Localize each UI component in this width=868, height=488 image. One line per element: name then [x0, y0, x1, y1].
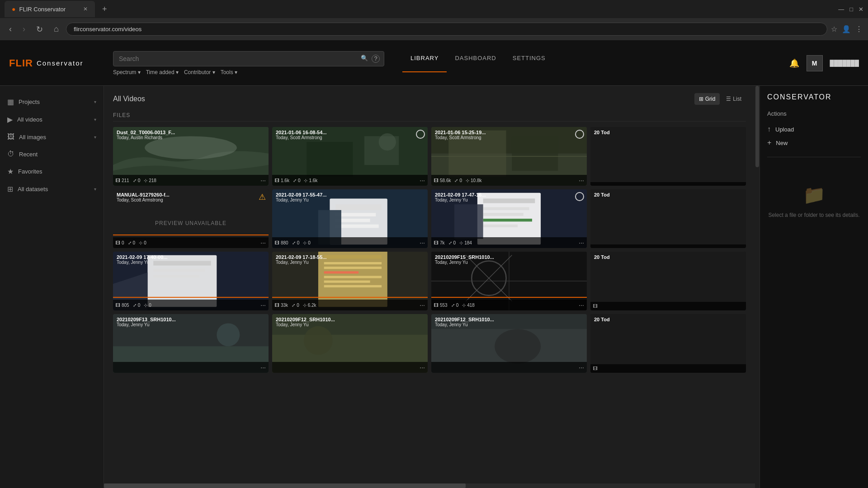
- back-button[interactable]: ‹: [5, 23, 15, 36]
- sidebar: ▦ Projects ▾ ▶ All videos ▾ 🖼 All images…: [0, 86, 104, 488]
- video-stat-7b: ⤢ 0: [448, 240, 456, 245]
- upload-label: Upload: [775, 126, 794, 133]
- minimize-icon[interactable]: —: [838, 6, 844, 13]
- video-title-bar-12: 20 Tod: [590, 252, 746, 263]
- sidebar-item-favorites[interactable]: ★ Favorites: [0, 163, 104, 180]
- video-more-5[interactable]: ···: [260, 239, 266, 246]
- forward-button[interactable]: ›: [19, 23, 29, 36]
- time-added-filter[interactable]: Time added ▾: [146, 69, 179, 75]
- frame-icon: ⊹: [144, 178, 147, 183]
- video-name-3: 2021-01-06 15-25-19...: [435, 130, 583, 135]
- nav-library[interactable]: LIBRARY: [402, 45, 447, 72]
- video-title-bar-9: 2021-02-09 17-40-00... Today, Jenny Yu: [113, 252, 269, 267]
- new-tab-button[interactable]: +: [99, 3, 111, 16]
- video-card-6[interactable]: 2021-02-09 17-55-47... Today, Jenny Yu 🎞…: [272, 189, 428, 248]
- horizontal-scrollbar-thumb[interactable]: [104, 483, 466, 488]
- sidebar-item-recent[interactable]: ⏱ Recent: [0, 145, 104, 163]
- active-tab[interactable]: ● FLIR Conservator ✕: [5, 1, 95, 17]
- video-more-7[interactable]: ···: [579, 239, 584, 246]
- svg-rect-24: [483, 219, 532, 221]
- nav-settings[interactable]: SETTINGS: [505, 45, 554, 72]
- frame-icon-3: ⊹: [466, 178, 469, 183]
- video-more-1[interactable]: ···: [260, 177, 266, 184]
- bell-icon[interactable]: 🔔: [789, 58, 799, 68]
- video-card-7[interactable]: 2021-02-09 17-47-16... Today, Jenny Yu 🎞…: [431, 189, 587, 248]
- video-more-13[interactable]: ···: [260, 364, 266, 371]
- user-avatar[interactable]: M: [807, 55, 823, 71]
- video-card-10[interactable]: 2021-02-09 17-18-55... Today, Jenny Yu 🎞…: [272, 252, 428, 310]
- video-more-11[interactable]: ···: [579, 301, 584, 309]
- video-more-6[interactable]: ···: [420, 239, 425, 246]
- video-card-14[interactable]: 20210209F12_SRH1010... Today, Jenny Yu ·…: [272, 314, 428, 373]
- frame-icon-7: ⊹: [459, 240, 463, 245]
- video-card-2[interactable]: 2021-01-06 16-08-54... Today, Scott Arms…: [272, 127, 428, 186]
- video-name-6: 2021-02-09 17-55-47...: [276, 192, 424, 197]
- video-card-4[interactable]: 20 Tod: [590, 127, 746, 186]
- home-button[interactable]: ⌂: [50, 23, 62, 36]
- all-datasets-arrow: ▾: [94, 187, 96, 192]
- video-footer-2: 🎞 1.6k ⤢ 0 ⊹ 1.6k ···: [272, 175, 428, 186]
- search-icon[interactable]: 🔍: [361, 55, 368, 63]
- sidebar-item-all-datasets[interactable]: ⊞ All datasets ▾: [0, 180, 104, 198]
- grid-view-button[interactable]: ⊞ Grid: [694, 93, 720, 105]
- frame-icon-5: ⊹: [139, 240, 142, 245]
- sidebar-item-all-videos[interactable]: ▶ All videos ▾: [0, 111, 104, 128]
- video-more-10[interactable]: ···: [420, 301, 425, 309]
- video-name-11: 20210209F15_SRH1010...: [435, 254, 583, 260]
- video-grid: Dust_02_T0006-0013_F... Today, Austin Ri…: [113, 127, 746, 373]
- video-card-1[interactable]: Dust_02_T0006-0013_F... Today, Austin Ri…: [113, 127, 269, 186]
- horizontal-scrollbar[interactable]: [104, 483, 755, 488]
- vertical-scrollbar[interactable]: [755, 86, 760, 488]
- film-icon-9: 🎞: [116, 303, 120, 308]
- video-card-9[interactable]: 2021-02-09 17-40-00... Today, Jenny Yu 🎞…: [113, 252, 269, 310]
- reload-button[interactable]: ↻: [33, 23, 47, 36]
- nav-dashboard[interactable]: DASHBOARD: [447, 45, 504, 72]
- video-footer-8: [590, 244, 746, 248]
- address-bar[interactable]: [66, 23, 827, 36]
- video-card-5[interactable]: MANUAL-91279260-f... Today, Scott Armstr…: [113, 189, 269, 248]
- video-more-14[interactable]: ···: [420, 364, 425, 371]
- video-footer-6: 🎞 880 ⤢ 0 ⊹ 0 ···: [272, 237, 428, 248]
- video-stat-10b: ⤢ 0: [292, 303, 299, 308]
- video-card-11[interactable]: 20210209F15_SRH1010... Today, Jenny Yu 🎞…: [431, 252, 587, 310]
- sidebar-item-all-images[interactable]: 🖼 All images ▾: [0, 128, 104, 145]
- video-more-3[interactable]: ···: [579, 177, 584, 184]
- bookmark-star-icon[interactable]: ☆: [831, 25, 837, 33]
- projects-icon: ▦: [7, 98, 14, 106]
- help-icon[interactable]: ?: [372, 55, 380, 63]
- vertical-scrollbar-thumb[interactable]: [755, 86, 759, 167]
- new-label: New: [776, 140, 788, 146]
- new-action[interactable]: + New: [767, 136, 861, 150]
- video-more-15[interactable]: ···: [579, 364, 584, 371]
- film-icon-16: 🎞: [593, 366, 598, 371]
- maximize-icon[interactable]: □: [849, 6, 853, 13]
- film-icon-10: 🎞: [275, 303, 279, 308]
- video-stat-11c: ⊹ 418: [462, 303, 475, 308]
- video-more-2[interactable]: ···: [420, 177, 425, 184]
- tools-filter[interactable]: Tools ▾: [221, 69, 237, 75]
- sidebar-item-projects[interactable]: ▦ Projects ▾: [0, 93, 104, 111]
- video-card-12[interactable]: 20 Tod 🎞: [590, 252, 746, 310]
- video-card-13[interactable]: 20210209F13_SRH1010... Today, Jenny Yu ·…: [113, 314, 269, 373]
- search-filters: Spectrum ▾ Time added ▾ Contributor ▾ To…: [113, 69, 384, 75]
- tab-close-button[interactable]: ✕: [83, 6, 88, 12]
- video-more-9[interactable]: ···: [260, 301, 266, 309]
- video-card-16[interactable]: 20 Tod 🎞: [590, 314, 746, 373]
- browser-controls: ‹ › ↻ ⌂ ☆ 👤 ⋮: [0, 18, 868, 41]
- video-card-8[interactable]: 20 Tod: [590, 189, 746, 248]
- video-author-3: Today, Scott Armstrong: [435, 135, 583, 140]
- video-card-15[interactable]: 20210209F12_SRH1010... Today, Jenny Yu ·…: [431, 314, 587, 373]
- spectrum-filter[interactable]: Spectrum ▾: [113, 69, 141, 75]
- close-icon[interactable]: ✕: [859, 6, 863, 13]
- svg-rect-39: [324, 281, 370, 283]
- menu-icon[interactable]: ⋮: [855, 25, 863, 33]
- app: FLIR Conservator 🔍 ? Spectrum ▾ Time add…: [0, 41, 868, 488]
- contributor-filter[interactable]: Contributor ▾: [184, 69, 215, 75]
- search-input[interactable]: [113, 51, 384, 66]
- list-view-button[interactable]: ☰ List: [722, 93, 746, 105]
- video-card-3[interactable]: 2021-01-06 15-25-19... Today, Scott Arms…: [431, 127, 587, 186]
- upload-action[interactable]: ↑ Upload: [767, 122, 861, 136]
- video-title-bar-11: 20210209F15_SRH1010... Today, Jenny Yu: [431, 252, 587, 267]
- profile-icon[interactable]: 👤: [842, 25, 851, 33]
- sidebar-label-favorites: Favorites: [18, 168, 96, 175]
